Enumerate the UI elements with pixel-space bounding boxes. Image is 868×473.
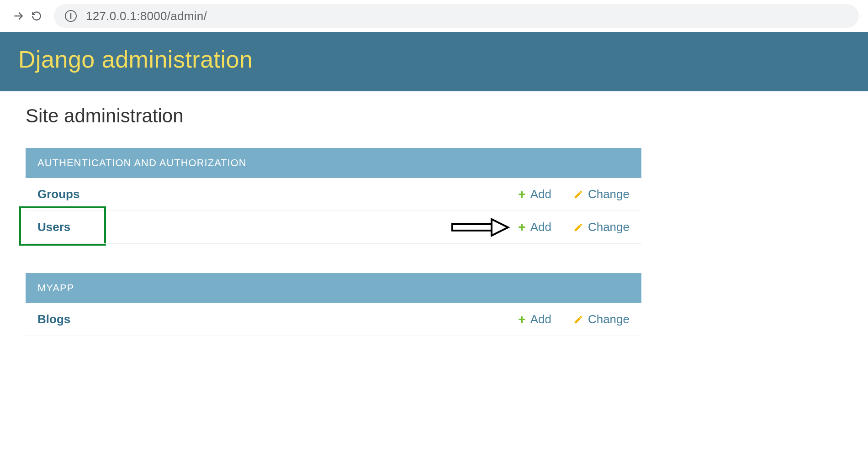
module-caption[interactable]: AUTHENTICATION AND AUTHORIZATION (26, 148, 641, 178)
model-actions: + Add Change (518, 220, 630, 234)
module-caption[interactable]: MYAPP (26, 273, 641, 303)
change-link-groups[interactable]: Change (573, 187, 630, 201)
change-link-blogs[interactable]: Change (573, 312, 630, 326)
module-myapp: MYAPP Blogs + Add Change (26, 273, 641, 336)
model-row-groups: Groups + Add Change (26, 178, 641, 211)
add-link-blogs[interactable]: + Add (518, 312, 551, 326)
change-label: Change (588, 187, 630, 201)
page-title: Site administration (26, 105, 641, 127)
address-bar[interactable]: i 127.0.0.1:8000/admin/ (54, 4, 859, 28)
reload-icon (31, 10, 42, 22)
model-row-users: Users + Add Change (26, 211, 641, 244)
forward-button[interactable] (9, 7, 27, 25)
model-actions: + Add Change (518, 312, 630, 326)
change-link-users[interactable]: Change (573, 220, 630, 234)
change-label: Change (588, 220, 630, 234)
model-link-users[interactable]: Users (37, 220, 70, 234)
add-label: Add (530, 312, 551, 326)
add-label: Add (530, 187, 551, 201)
site-title: Django administration (18, 46, 850, 73)
pencil-icon (573, 189, 583, 200)
model-row-wrap: Groups + Add Change (26, 178, 641, 211)
add-link-groups[interactable]: + Add (518, 187, 551, 201)
browser-toolbar: i 127.0.0.1:8000/admin/ (0, 0, 868, 32)
reload-button[interactable] (27, 7, 46, 25)
add-link-users[interactable]: + Add (518, 220, 551, 234)
model-link-groups[interactable]: Groups (37, 187, 79, 201)
plus-icon: + (518, 188, 525, 201)
model-actions: + Add Change (518, 187, 630, 201)
model-row-blogs: Blogs + Add Change (26, 303, 641, 336)
pencil-icon (573, 222, 583, 232)
plus-icon: + (518, 221, 525, 234)
change-label: Change (588, 312, 630, 326)
pencil-icon (573, 315, 583, 325)
model-name[interactable]: Users (37, 220, 518, 234)
arrow-right-icon (12, 10, 24, 22)
module-auth: AUTHENTICATION AND AUTHORIZATION Groups … (26, 148, 641, 244)
django-header: Django administration (0, 32, 868, 91)
model-name[interactable]: Groups (37, 187, 518, 201)
model-name[interactable]: Blogs (37, 312, 518, 326)
plus-icon: + (518, 313, 525, 326)
model-row-wrap: Blogs + Add Change (26, 303, 641, 336)
url-text: 127.0.0.1:8000/admin/ (86, 9, 207, 23)
content: Site administration AUTHENTICATION AND A… (0, 91, 667, 379)
add-label: Add (530, 220, 551, 234)
model-row-wrap: Users + Add Change (26, 211, 641, 244)
model-link-blogs[interactable]: Blogs (37, 312, 70, 326)
site-info-icon[interactable]: i (65, 10, 77, 22)
